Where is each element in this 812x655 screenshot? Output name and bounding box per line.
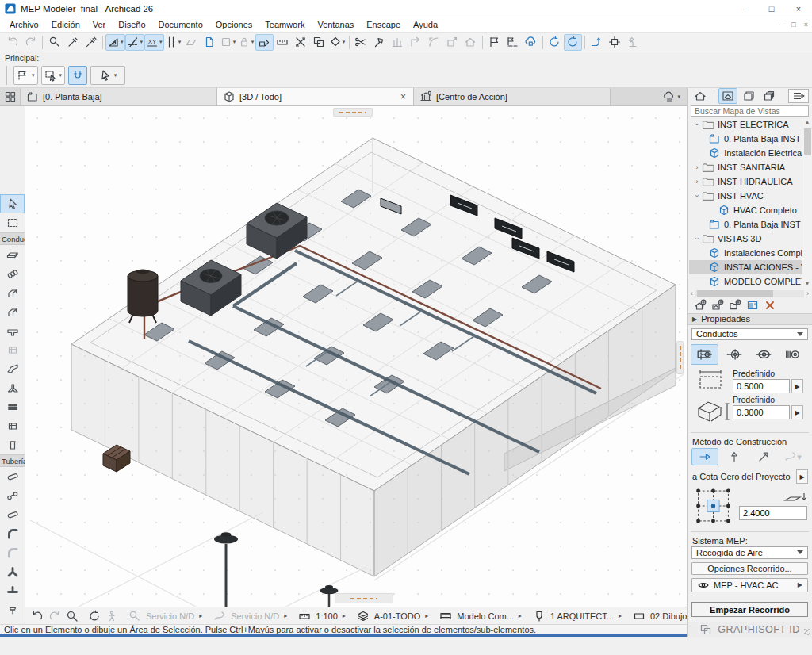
menu-opciones[interactable]: Opciones: [209, 18, 259, 31]
tree-scrollbar[interactable]: ▲ ▼: [802, 117, 812, 289]
layout-book-button[interactable]: [739, 88, 758, 104]
model-view-options-combo[interactable]: Modelo Com...▸: [436, 608, 525, 624]
editing-plane-button[interactable]: [182, 34, 201, 51]
view-map-button[interactable]: [718, 88, 737, 104]
clone-folder-button[interactable]: [711, 299, 724, 312]
snap-grid-button[interactable]: ▾: [164, 34, 182, 51]
menu-ver[interactable]: Ver: [86, 18, 113, 31]
bottom-drag-handle[interactable]: [335, 593, 393, 603]
right-drag-handle[interactable]: [676, 341, 684, 374]
group-elements-button[interactable]: [310, 34, 328, 51]
duct-elbow-tool[interactable]: [0, 302, 25, 321]
duct-transition-tool[interactable]: [0, 359, 25, 378]
project-chooser-button[interactable]: [691, 88, 710, 104]
mep-system-set-button[interactable]: MEP - HVAC.AC ▶: [691, 578, 808, 592]
duct-tjunction-tool[interactable]: [0, 321, 25, 340]
mep-systems-button[interactable]: [546, 34, 564, 51]
start-routing-button[interactable]: Empezar Recorrido: [691, 602, 808, 618]
tree-item[interactable]: ›INST ELECTRICA: [689, 117, 802, 132]
duct-terminal-tool[interactable]: [0, 435, 25, 454]
virtual-trace-button[interactable]: [201, 34, 219, 51]
guide-tools-button[interactable]: ▾: [105, 34, 125, 51]
rectangular-duct-button[interactable]: [691, 344, 718, 365]
width-flyout-button[interactable]: ▶: [791, 379, 803, 393]
scroll-right-icon[interactable]: ›: [806, 289, 809, 297]
arrow-tool[interactable]: [0, 194, 25, 213]
renovation-filter-button[interactable]: [255, 34, 274, 51]
stretch-button[interactable]: [292, 34, 310, 51]
tree-item[interactable]: ›VISTAS 3D: [689, 232, 802, 246]
width-field[interactable]: [733, 379, 790, 393]
tree-horizontal-scrollbar[interactable]: ‹ ›: [691, 289, 809, 297]
layer-combination-combo[interactable]: A-01-TODO▸: [354, 608, 432, 624]
properties-header[interactable]: ▶ Propiedades: [688, 313, 812, 325]
new-view-button[interactable]: [694, 299, 707, 312]
quad-view-button[interactable]: [0, 88, 21, 105]
view-settings-button[interactable]: [746, 299, 759, 312]
coordinates-button[interactable]: ▾: [144, 34, 164, 51]
circular-duct-button[interactable]: [720, 344, 748, 365]
menu-diseno[interactable]: Diseño: [112, 18, 151, 31]
doc-restore-button[interactable]: □: [787, 21, 799, 29]
menu-enscape[interactable]: Enscape: [360, 18, 407, 31]
elevation-reference-flyout[interactable]: ▶: [796, 469, 808, 484]
routing-options-button[interactable]: Opciones Recorrido...: [691, 562, 808, 575]
doc-close-button[interactable]: ×: [800, 21, 812, 29]
tree-item[interactable]: MODELO COMPLETO: [689, 274, 802, 289]
resize-button[interactable]: [443, 34, 462, 51]
favorite-service-combo[interactable]: Servicio N/D▸: [125, 608, 205, 624]
lock-elements-button[interactable]: ▾: [237, 34, 255, 51]
toolbar-grip[interactable]: [6, 66, 9, 85]
pipe-elbow-tool[interactable]: [0, 524, 25, 543]
guide-lines-button[interactable]: ▾: [125, 34, 145, 51]
fillet-button[interactable]: [425, 34, 443, 51]
tab-planta-baja[interactable]: [0. Planta Baja]: [21, 88, 217, 105]
duct-inline-tool[interactable]: [0, 397, 25, 416]
mep-systems-active-button[interactable]: [564, 34, 582, 51]
mep-route-button[interactable]: [588, 34, 606, 51]
duct-tool[interactable]: [0, 245, 25, 264]
measure-button[interactable]: [274, 34, 292, 51]
redo-button[interactable]: [21, 34, 40, 51]
inject-parameters-button[interactable]: [82, 34, 100, 51]
mep-connect-button[interactable]: [606, 34, 624, 51]
scroll-up-icon[interactable]: ▲: [805, 117, 810, 127]
marquee-select-mode-button[interactable]: ▾: [41, 66, 66, 85]
resize-grip[interactable]: [804, 629, 810, 635]
scale-combo[interactable]: 1:100▸: [295, 608, 349, 624]
menu-edicion[interactable]: Edición: [45, 18, 86, 31]
search-input[interactable]: [691, 105, 809, 117]
menu-teamwork[interactable]: Teamwork: [259, 18, 311, 31]
tab-centro-accion[interactable]: [Centro de Acción]: [414, 88, 611, 105]
method-chain-button[interactable]: ▾: [779, 448, 806, 465]
menu-ventanas[interactable]: Ventanas: [311, 18, 360, 31]
issue-manager-button[interactable]: [522, 34, 540, 51]
graphisoft-id-bar[interactable]: GRAPHISOFT ID: [688, 622, 812, 638]
duct-junction-tool[interactable]: [0, 340, 25, 359]
tree-expander-icon[interactable]: ›: [693, 234, 701, 243]
pipe-tool[interactable]: [0, 467, 25, 486]
tree-expander-icon[interactable]: ›: [692, 163, 702, 171]
tree-item[interactable]: ›INST HIDRAULICA: [689, 174, 802, 189]
oval-duct-button[interactable]: [749, 344, 777, 365]
tree-expander-icon[interactable]: ›: [693, 191, 701, 201]
gravity-toggle-button[interactable]: [68, 66, 87, 85]
pipe-bend-tool[interactable]: [0, 486, 25, 505]
mark-up-button[interactable]: [485, 34, 504, 51]
tree-item[interactable]: 0. Planta Baja INST EL: [689, 132, 802, 146]
scroll-left-icon[interactable]: ‹: [691, 289, 693, 297]
tree-expander-icon[interactable]: ›: [693, 120, 701, 129]
top-drag-handle[interactable]: [333, 108, 373, 117]
doc-minimize-button[interactable]: –: [776, 21, 787, 29]
tree-item[interactable]: 0. Planta Baja INST HV: [689, 217, 802, 232]
tree-item[interactable]: HVAC Completo: [689, 203, 802, 217]
mep-system-select[interactable]: Recogida de Aire: [691, 546, 808, 559]
duct-branch-tool[interactable]: [0, 378, 25, 397]
tab-3d-todo[interactable]: [3D / Todo]×: [217, 88, 414, 105]
toolbox-group-conduct[interactable]: Conduct: [0, 232, 25, 245]
tree-item[interactable]: Instalación Eléctrica: [689, 146, 802, 160]
height-flyout-button[interactable]: ▶: [791, 405, 803, 419]
delete-view-button[interactable]: [764, 299, 776, 312]
frame-button[interactable]: ▾: [219, 34, 237, 51]
mark-up-list-button[interactable]: [504, 34, 522, 51]
